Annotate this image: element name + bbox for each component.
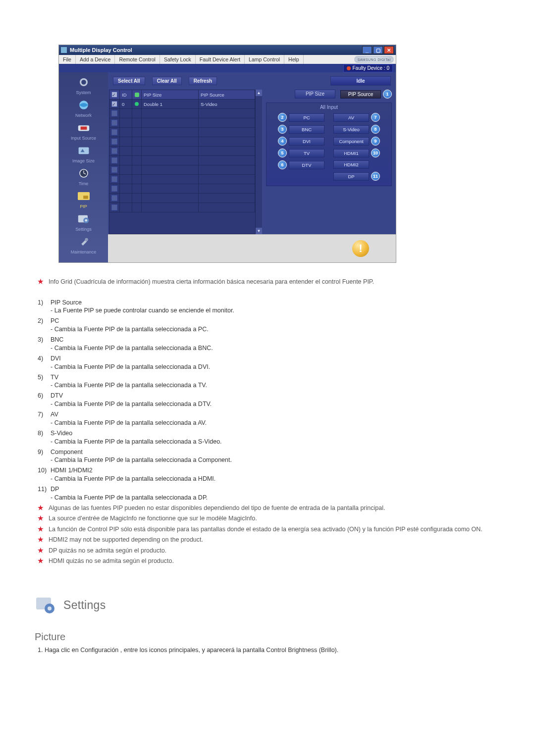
table-row[interactable] (109, 128, 255, 137)
table-row[interactable] (109, 175, 255, 184)
scroll-up-button[interactable]: ▲ (256, 90, 262, 96)
list-item: 5)TV- Cambia la Fuente PIP de la pantall… (38, 373, 500, 390)
row-checkbox[interactable] (111, 101, 117, 107)
intro-note: ★ Info Grid (Cuadrícula de información) … (38, 278, 500, 287)
row-checkbox[interactable] (111, 139, 117, 145)
table-row[interactable] (109, 156, 255, 165)
menu-remote-control[interactable]: Remote Control (115, 55, 160, 64)
row-checkbox[interactable] (111, 129, 117, 135)
picture-step: 1. Haga clic en Configuración , entre lo… (38, 647, 500, 654)
table-row[interactable] (109, 203, 255, 212)
menu-file[interactable]: File (59, 55, 76, 64)
col-pip-source[interactable]: PIP Source (199, 90, 255, 99)
col-checkbox[interactable] (109, 90, 120, 99)
warning-icon[interactable]: ! (352, 240, 369, 257)
svg-rect-4 (80, 127, 87, 130)
star-icon: ★ (38, 557, 49, 566)
row-checkbox[interactable] (111, 167, 117, 173)
status-icon (135, 93, 139, 97)
refresh-button[interactable]: Refresh (189, 77, 217, 85)
note: ★La función de Control PIP sólo está dis… (38, 525, 500, 534)
row-checkbox[interactable] (111, 110, 117, 116)
select-all-button[interactable]: Select All (113, 77, 145, 85)
row-checkbox[interactable] (111, 204, 117, 210)
menubar: File Add a Device Remote Control Safety … (59, 55, 396, 64)
source-button-grid: 2PC 3BNC 4DVI 5TV 6DTV AV7 S-Video8 Comp (267, 113, 391, 181)
sidebar-item-maintenance[interactable]: Maintenance (59, 235, 108, 254)
table-row[interactable] (109, 147, 255, 156)
close-button[interactable]: ✕ (384, 46, 394, 54)
sidebar-item-network[interactable]: Network (59, 98, 108, 118)
sidebar-label: Settings (75, 227, 92, 232)
sidebar-item-time[interactable]: Time (59, 166, 108, 186)
col-pip-size[interactable]: PIP Size (142, 90, 199, 99)
pip-source-tab[interactable]: PIP Source (340, 90, 381, 99)
star-icon: ★ (38, 278, 49, 287)
window-buttons: _ ▢ ✕ (362, 46, 394, 54)
maximize-button[interactable]: ▢ (373, 46, 383, 54)
checkbox-icon[interactable] (111, 92, 117, 98)
row-checkbox[interactable] (111, 186, 117, 192)
menu-add-device[interactable]: Add a Device (76, 55, 115, 64)
maintenance-icon (75, 235, 93, 249)
table-header: ID PIP Size PIP Source (109, 90, 255, 100)
callout-10: 10 (371, 149, 380, 157)
row-pip-source: S-Video (199, 100, 255, 108)
table-row[interactable] (109, 137, 255, 147)
pc-button[interactable]: PC (289, 113, 324, 122)
right-header: PIP Size PIP Source 1 (266, 90, 392, 99)
sidebar-item-settings[interactable]: Settings (59, 212, 108, 232)
table-row[interactable] (109, 118, 255, 128)
scroll-down-button[interactable]: ▼ (256, 228, 262, 234)
pip-size-tab[interactable]: PIP Size (295, 90, 335, 99)
row-checkbox[interactable] (111, 148, 117, 154)
row-checkbox[interactable] (111, 195, 117, 201)
image-size-icon (75, 144, 93, 157)
table-row[interactable] (109, 194, 255, 203)
sidebar-label: Input Source (71, 136, 96, 141)
sidebar-item-image-size[interactable]: Image Size (59, 144, 108, 163)
picture-subtitle: Picture (35, 631, 500, 643)
hdmi2-button[interactable]: HDMI2 (333, 160, 369, 169)
faulty-label: Faulty Device : 0 (353, 65, 389, 71)
note: ★HDMI quizás no se admita según el produ… (38, 557, 500, 566)
callout-9: 9 (371, 137, 380, 146)
minimize-button[interactable]: _ (362, 46, 372, 54)
scroll-track[interactable] (256, 96, 262, 228)
sidebar-item-system[interactable]: System (59, 75, 108, 95)
svideo-button[interactable]: S-Video (333, 125, 369, 134)
av-button[interactable]: AV (333, 113, 369, 122)
time-icon (75, 166, 93, 180)
row-checkbox[interactable] (111, 157, 117, 163)
col-status[interactable] (132, 90, 142, 99)
table-row[interactable] (109, 109, 255, 118)
list-item: 4)DVI- Cambia la Fuente PIP de la pantal… (38, 354, 500, 371)
list-item: 1)PIP Source- La Fuente PIP se puede con… (38, 299, 500, 315)
faulty-device-badge[interactable]: Faulty Device : 0 (343, 64, 393, 72)
dvi-button[interactable]: DVI (289, 137, 324, 146)
clear-all-button[interactable]: Clear All (152, 77, 182, 85)
settings-section-heading: Settings (35, 596, 500, 615)
table-row[interactable] (109, 165, 255, 175)
tv-button[interactable]: TV (289, 149, 324, 157)
callout-5: 5 (278, 149, 287, 157)
hdmi1-button[interactable]: HDMI1 (333, 149, 369, 157)
list-item: 2)PC- Cambia la Fuente PIP de la pantall… (38, 317, 500, 334)
menu-lamp-control[interactable]: Lamp Control (245, 55, 284, 64)
table-row[interactable]: 0 Double 1 S-Video (109, 100, 255, 109)
table-row[interactable] (109, 184, 255, 194)
menu-help[interactable]: Help (284, 55, 304, 64)
row-checkbox[interactable] (111, 120, 117, 126)
dp-button[interactable]: DP (333, 172, 369, 181)
bnc-button[interactable]: BNC (289, 125, 324, 134)
col-id[interactable]: ID (120, 90, 132, 99)
component-button[interactable]: Component (333, 137, 369, 146)
dtv-button[interactable]: DTV (289, 161, 324, 169)
menu-safety-lock[interactable]: Safety Lock (160, 55, 196, 64)
scrollbar[interactable]: ▲ ▼ (256, 90, 262, 234)
toolbar: Select All Clear All Refresh Idle (108, 72, 396, 90)
row-checkbox[interactable] (111, 176, 117, 182)
sidebar-item-input-source[interactable]: Input Source (59, 121, 108, 141)
sidebar-item-pip[interactable]: PIP (59, 189, 108, 209)
menu-fault-device-alert[interactable]: Fault Device Alert (196, 55, 245, 64)
